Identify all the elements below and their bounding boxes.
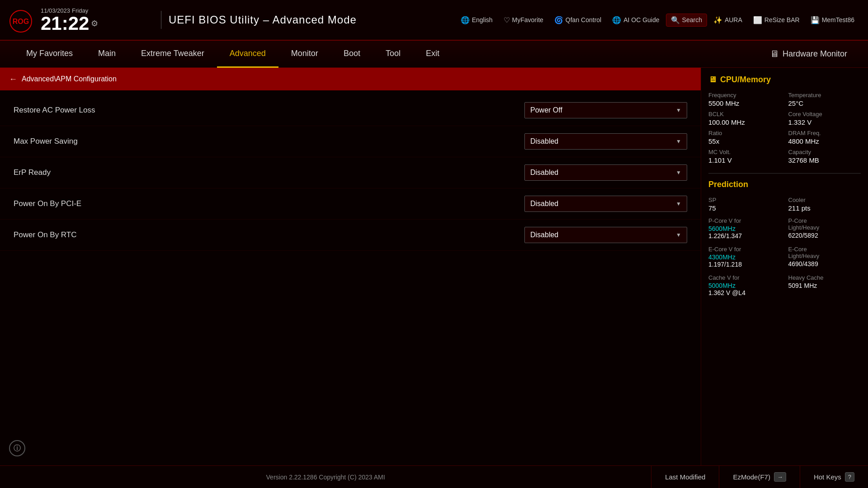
e-core-lh-label: E-CoreLight/Heavy bbox=[788, 246, 861, 259]
my-favorite-button[interactable]: ♡ MyFavorite bbox=[499, 14, 548, 26]
p-core-voltage: 1.226/1.347 bbox=[708, 232, 781, 239]
dropdown-arrow-icon: ▼ bbox=[676, 201, 681, 207]
footer-version: Version 2.22.1286 Copyright (C) 2023 AMI bbox=[0, 474, 651, 481]
cache-for-label: Cache V for bbox=[708, 274, 781, 281]
ratio-label: Ratio bbox=[708, 130, 781, 136]
setting-label-restore-ac: Restore AC Power Loss bbox=[14, 106, 524, 115]
hw-divider bbox=[708, 173, 861, 174]
breadcrumb: ← Advanced\APM Configuration bbox=[0, 68, 701, 90]
ez-mode-icon: → bbox=[774, 472, 786, 482]
p-core-lh-label: P-CoreLight/Heavy bbox=[788, 217, 861, 231]
top-bar: ROG 11/03/2023 Friday 21:22 ⚙ UEFI BIOS … bbox=[0, 0, 868, 41]
setting-control-erp: Disabled ▼ bbox=[524, 164, 687, 181]
resize-bar-button[interactable]: ⬜ ReSize BAR bbox=[749, 14, 804, 26]
ai-oc-label: AI OC Guide bbox=[623, 16, 659, 23]
rog-logo: ROG bbox=[9, 9, 33, 33]
sp-item: SP 75 bbox=[708, 197, 781, 212]
hot-keys-icon: ? bbox=[845, 472, 854, 482]
nav-item-extreme-tweaker[interactable]: Extreme Tweaker bbox=[128, 41, 217, 68]
resize-icon: ⬜ bbox=[753, 16, 762, 24]
nav-item-main[interactable]: Main bbox=[85, 41, 128, 68]
restore-ac-dropdown[interactable]: Power Off ▼ bbox=[524, 102, 687, 118]
setting-control-power-pcie: Disabled ▼ bbox=[524, 196, 687, 212]
dram-freq-label: DRAM Freq. bbox=[788, 130, 861, 136]
hardware-monitor-label: Hardware Monitor bbox=[783, 49, 847, 59]
header-logo-area: ROG 11/03/2023 Friday 21:22 ⚙ bbox=[9, 7, 154, 33]
p-core-block: P-Core V for 5600MHz 1.226/1.347 P-CoreL… bbox=[708, 217, 861, 239]
fan-icon: 🌀 bbox=[554, 16, 563, 24]
cooler-value: 211 pts bbox=[788, 204, 861, 212]
max-power-dropdown[interactable]: Disabled ▼ bbox=[524, 133, 687, 150]
e-core-mhz: 4300MHz bbox=[708, 253, 781, 261]
header-divider bbox=[161, 11, 161, 29]
p-core-lh-value: 6220/5892 bbox=[788, 232, 861, 239]
ez-mode-button[interactable]: EzMode(F7) → bbox=[719, 466, 800, 488]
qfan-label: Qfan Control bbox=[566, 16, 601, 23]
nav-item-exit[interactable]: Exit bbox=[413, 41, 452, 68]
bios-title: UEFI BIOS Utility – Advanced Mode bbox=[169, 14, 357, 26]
aura-label: AURA bbox=[725, 16, 742, 23]
capacity-label: Capacity bbox=[788, 149, 861, 155]
hot-keys-button[interactable]: Hot Keys ? bbox=[800, 466, 868, 488]
erp-dropdown[interactable]: Disabled ▼ bbox=[524, 164, 687, 181]
frequency-value: 5500 MHz bbox=[708, 99, 781, 107]
power-rtc-value: Disabled bbox=[530, 231, 558, 239]
last-modified-label: Last Modified bbox=[665, 473, 705, 481]
footer: Version 2.22.1286 Copyright (C) 2023 AMI… bbox=[0, 465, 868, 488]
resize-bar-label: ReSize BAR bbox=[764, 16, 800, 23]
nav-menu: My Favorites Main Extreme Tweaker Advanc… bbox=[0, 41, 868, 68]
globe-icon: 🌐 bbox=[461, 16, 470, 24]
info-icon[interactable]: ⓘ bbox=[9, 440, 25, 456]
last-modified-button[interactable]: Last Modified bbox=[651, 466, 719, 488]
settings-gear-icon[interactable]: ⚙ bbox=[91, 19, 98, 28]
back-arrow-icon[interactable]: ← bbox=[9, 75, 17, 84]
e-core-block: E-Core V for 4300MHz 1.197/1.218 E-CoreL… bbox=[708, 246, 861, 268]
sp-value: 75 bbox=[708, 204, 781, 212]
english-button[interactable]: 🌐 English bbox=[456, 14, 497, 26]
nav-item-monitor[interactable]: Monitor bbox=[278, 41, 331, 68]
dram-freq-value: 4800 MHz bbox=[788, 137, 861, 145]
footer-actions: Last Modified EzMode(F7) → Hot Keys ? bbox=[651, 466, 868, 488]
power-rtc-dropdown[interactable]: Disabled ▼ bbox=[524, 227, 687, 243]
aura-button[interactable]: ✨ AURA bbox=[709, 14, 747, 26]
heavy-cache-value: 5091 MHz bbox=[788, 282, 861, 289]
setting-label-power-pcie: Power On By PCI-E bbox=[14, 199, 524, 208]
ai-oc-button[interactable]: 🌐 AI OC Guide bbox=[608, 14, 664, 26]
p-core-for-label: P-Core V for bbox=[708, 217, 781, 224]
memtest-icon: 💾 bbox=[811, 16, 820, 24]
restore-ac-value: Power Off bbox=[530, 106, 562, 114]
temperature-value: 25°C bbox=[788, 99, 861, 107]
search-label: Search bbox=[682, 16, 702, 23]
english-label: English bbox=[472, 16, 493, 23]
temperature-item: Temperature 25°C bbox=[788, 92, 861, 107]
nav-item-advanced[interactable]: Advanced bbox=[217, 41, 278, 68]
memtest-label: MemTest86 bbox=[822, 16, 854, 23]
utility-items: 🌐 English ♡ MyFavorite 🌀 Qfan Control 🌐 … bbox=[456, 14, 859, 27]
setting-row-max-power: Max Power Saving Disabled ▼ bbox=[0, 126, 701, 157]
memtest-button[interactable]: 💾 MemTest86 bbox=[806, 14, 859, 26]
hot-keys-label: Hot Keys bbox=[814, 473, 841, 481]
setting-row-power-pcie: Power On By PCI-E Disabled ▼ bbox=[0, 188, 701, 220]
setting-control-power-rtc: Disabled ▼ bbox=[524, 227, 687, 243]
power-pcie-dropdown[interactable]: Disabled ▼ bbox=[524, 196, 687, 212]
nav-item-tool[interactable]: Tool bbox=[373, 41, 413, 68]
hardware-monitor-sidebar: 🖥 CPU/Memory Frequency 5500 MHz Temperat… bbox=[701, 68, 868, 465]
cooler-label: Cooler bbox=[788, 197, 861, 203]
time-display: 21:22 bbox=[41, 14, 89, 33]
erp-value: Disabled bbox=[530, 169, 558, 177]
capacity-value: 32768 MB bbox=[788, 156, 861, 164]
setting-label-power-rtc: Power On By RTC bbox=[14, 230, 524, 239]
setting-row-erp: ErP Ready Disabled ▼ bbox=[0, 157, 701, 188]
ai-icon: 🌐 bbox=[612, 16, 621, 24]
qfan-button[interactable]: 🌀 Qfan Control bbox=[550, 14, 606, 26]
main-layout: ← Advanced\APM Configuration Restore AC … bbox=[0, 68, 868, 465]
ratio-item: Ratio 55x bbox=[708, 130, 781, 145]
search-button[interactable]: 🔍 Search bbox=[666, 14, 707, 27]
nav-item-boot[interactable]: Boot bbox=[331, 41, 373, 68]
cache-block: Cache V for 5000MHz 1.362 V @L4 Heavy Ca… bbox=[708, 274, 861, 296]
mc-volt-label: MC Volt. bbox=[708, 149, 781, 155]
monitor-icon: 🖥 bbox=[708, 75, 717, 84]
nav-item-my-favorites[interactable]: My Favorites bbox=[14, 41, 85, 68]
prediction-title: Prediction bbox=[708, 180, 861, 189]
frequency-item: Frequency 5500 MHz bbox=[708, 92, 781, 107]
